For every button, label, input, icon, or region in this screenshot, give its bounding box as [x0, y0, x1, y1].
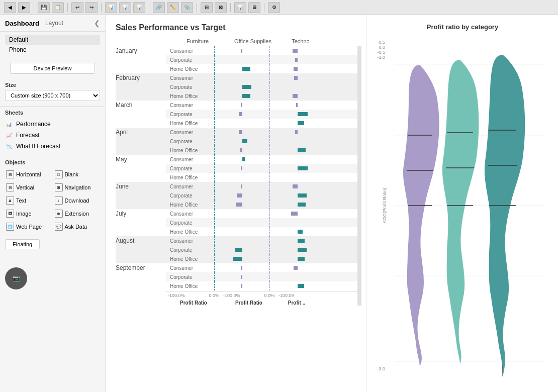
back-button[interactable]: ◀ — [4, 2, 16, 13]
col-header-tech: Techno — [281, 38, 321, 44]
violin-teal — [485, 55, 525, 376]
view-items-section: Default Phone — [0, 32, 105, 58]
toolbar: ◀ ▶ 💾 📋 ↩ ↪ 📊 📊 📊 🔗 ✏️ 📎 ⊟ ⊠ 📊 🖥 ⚙ — [0, 0, 558, 15]
object-horizontal[interactable]: ⊟ Horizontal — [5, 169, 52, 179]
object-vertical[interactable]: ⊟ Vertical — [5, 182, 52, 192]
share-button[interactable]: ⚙ — [268, 2, 280, 13]
column-headers: Furniture Office Supplies Techno — [170, 38, 361, 46]
sheet-item-whatif[interactable]: 📉 What If Forecast — [5, 141, 100, 152]
present-button[interactable]: 📊 — [234, 2, 246, 13]
feb-corp-row: Corporate — [166, 82, 361, 91]
edit-button[interactable]: ✏️ — [167, 2, 179, 13]
sidebar-header: Dashboard Layout ❮ — [0, 15, 105, 32]
jan-consumer-tech-cell — [325, 46, 361, 55]
attach-button[interactable]: 📎 — [181, 2, 193, 13]
toolbar-separator-1 — [34, 3, 34, 12]
feb-home-label: Home Office — [170, 93, 214, 99]
object-askdata[interactable]: 💬 Ask Data — [54, 222, 101, 232]
object-webpage[interactable]: 🌐 Web Page — [5, 222, 52, 232]
floating-button[interactable]: Floating — [5, 239, 40, 249]
layout-tab[interactable]: Layout — [45, 20, 63, 27]
chart1-button[interactable]: 📊 — [105, 2, 117, 13]
february-segments: Consumer Corporate — [166, 73, 361, 101]
jan-consumer-furn-cell — [214, 46, 269, 55]
footer-furniture: Profit Ratio — [166, 300, 221, 306]
webpage-icon: 🌐 — [6, 223, 14, 231]
march-group: March Consumer — [116, 101, 357, 128]
violin-green — [442, 60, 479, 364]
sheets-title: Sheets — [5, 110, 100, 116]
objects-grid: ⊟ Horizontal □ Blank ⊟ Vertical ⊞ Naviga… — [5, 169, 100, 232]
feb-con-furn — [214, 73, 269, 82]
february-label: February — [116, 73, 166, 81]
month-group-june: June Consumer — [116, 182, 357, 209]
june-group: June Consumer — [116, 182, 357, 209]
save-button[interactable]: 💾 — [38, 2, 50, 13]
may-group: May Consumer — [116, 155, 357, 182]
object-text[interactable]: A Text — [5, 195, 52, 206]
feb-corp-label: Corporate — [170, 84, 214, 90]
september-group: September Consumer — [116, 263, 357, 290]
march-label: March — [116, 101, 166, 109]
redo-button[interactable]: ↪ — [85, 2, 98, 13]
jan-consumer-row: Consumer — [166, 46, 361, 55]
sidebar-item-phone[interactable]: Phone — [5, 45, 100, 55]
sidebar-item-default[interactable]: Default — [5, 35, 100, 45]
sheet-item-forecast[interactable]: 📈 Forecast — [5, 130, 100, 141]
chart2-button[interactable]: 📊 — [119, 2, 131, 13]
undo-button[interactable]: ↩ — [71, 2, 83, 13]
july-label: July — [116, 209, 166, 217]
device-button[interactable]: 🖥 — [248, 2, 260, 13]
january-label: January — [116, 46, 166, 54]
april-group: April Consumer — [116, 128, 357, 155]
chart3-button[interactable]: 📊 — [133, 2, 145, 13]
layout2-button[interactable]: ⊠ — [215, 2, 227, 13]
horizontal-icon: ⊟ — [6, 170, 14, 178]
sidebar: Dashboard Layout ❮ Default Phone Device … — [0, 15, 106, 392]
sheets-section: Sheets 📊 Performance 📈 Forecast 📉 What I… — [0, 106, 105, 155]
device-preview-section: Device Preview — [0, 58, 105, 79]
axis-labels: -100.0% 0.0% -100.0% 0.0% -100.09 — [166, 291, 357, 298]
object-blank[interactable]: □ Blank — [54, 169, 101, 179]
august-group: August Consumer — [116, 236, 357, 263]
toolbar-separator-6 — [230, 3, 231, 12]
vertical-icon: ⊟ — [6, 183, 14, 191]
footer-tech: Profit .. — [276, 300, 317, 306]
size-select[interactable]: Custom size (900 x 700) — [5, 90, 100, 101]
layout1-button[interactable]: ⊟ — [201, 2, 213, 13]
forward-button[interactable]: ▶ — [18, 2, 30, 13]
february-group: February Consumer — [116, 73, 357, 101]
toolbar-separator-5 — [197, 3, 197, 12]
camera-fab[interactable]: 📷 — [5, 267, 27, 289]
month-group-april: April Consumer — [116, 128, 357, 155]
dashboard-label: Dashboard — [5, 20, 39, 27]
month-group-july: July Consumer — [116, 209, 357, 236]
extension-icon: ⊕ — [55, 210, 63, 218]
feb-consumer-label: Consumer — [170, 75, 214, 81]
object-navigation[interactable]: ⊞ Navigation — [54, 182, 101, 192]
askdata-icon: 💬 — [55, 223, 63, 231]
link-button[interactable]: 🔗 — [153, 2, 165, 13]
month-group-august: August Consumer — [116, 236, 357, 263]
copy-button[interactable]: 📋 — [52, 2, 64, 13]
jan-corp-os-bar — [295, 58, 298, 62]
col-header-furniture: Furniture — [170, 38, 225, 44]
blank-icon: □ — [55, 170, 63, 178]
device-preview-button[interactable]: Device Preview — [10, 63, 95, 74]
jan-home-label: Home Office — [170, 66, 214, 72]
jan-consumer-os-bar — [293, 49, 298, 53]
y-axis-label: AGG(Profit Ratio) — [382, 188, 387, 224]
object-image[interactable]: 🖼 Image — [5, 209, 52, 219]
content-area: Sales Performance vs Target Furniture Of… — [106, 15, 558, 392]
object-download[interactable]: ↓ Download — [54, 195, 101, 206]
sheet-item-performance[interactable]: 📊 Performance — [5, 119, 100, 130]
sidebar-close-icon[interactable]: ❮ — [94, 19, 100, 27]
april-label: April — [116, 128, 166, 136]
feb-con-os — [269, 73, 325, 82]
violin-svg — [387, 35, 553, 376]
month-group-september: September Consumer — [116, 263, 357, 290]
may-label: May — [116, 155, 166, 163]
feb-consumer-row: Consumer — [166, 73, 361, 82]
object-extension[interactable]: ⊕ Extension — [54, 209, 101, 219]
january-segments: Consumer — [166, 46, 361, 73]
